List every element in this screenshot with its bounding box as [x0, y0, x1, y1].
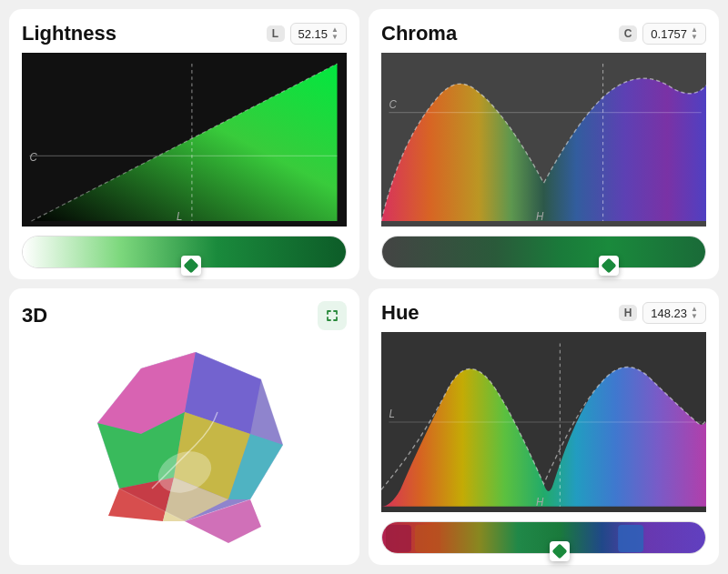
lightness-diamond-icon	[183, 258, 198, 274]
main-grid: Lightness L 52.15 ▲ ▼	[0, 0, 728, 574]
hue-slider-inner	[381, 521, 706, 554]
chroma-header: Chroma C 0.1757 ▲ ▼	[381, 22, 706, 45]
svg-text:H: H	[536, 495, 544, 509]
chroma-down-arrow[interactable]: ▼	[691, 34, 698, 41]
threeD-title: 3D	[22, 304, 47, 327]
chroma-input[interactable]: 0.1757 ▲ ▼	[642, 23, 706, 45]
hue-badge: H	[619, 305, 638, 321]
chroma-slider-svg	[382, 237, 705, 268]
expand-icon	[325, 308, 339, 323]
hue-value: 148.23	[651, 307, 687, 320]
hue-stepper[interactable]: ▲ ▼	[691, 306, 698, 320]
svg-text:L: L	[177, 209, 183, 223]
lightness-slider-thumb[interactable]	[181, 256, 201, 276]
hue-slider[interactable]	[381, 521, 706, 554]
lightness-slider[interactable]	[22, 236, 347, 268]
lightness-value: 52.15	[298, 27, 329, 41]
hue-slider-svg	[382, 522, 705, 554]
chroma-slider-thumb[interactable]	[599, 256, 619, 276]
lightness-badge: L	[267, 25, 285, 42]
lightness-title: Lightness	[22, 22, 116, 45]
chroma-chart: C H	[381, 53, 706, 227]
hue-down-arrow[interactable]: ▼	[691, 313, 698, 320]
lightness-header: Lightness L 52.15 ▲ ▼	[22, 22, 347, 45]
svg-rect-13	[382, 237, 705, 268]
svg-text:L: L	[389, 407, 394, 420]
threeD-header: 3D	[22, 301, 347, 330]
hue-value-box: H 148.23 ▲ ▼	[619, 302, 706, 324]
svg-text:C: C	[389, 97, 396, 111]
svg-rect-30	[386, 525, 411, 552]
threeD-chart	[22, 336, 347, 554]
svg-rect-32	[618, 525, 643, 552]
lightness-value-box: L 52.15 ▲ ▼	[267, 23, 347, 45]
expand-button[interactable]	[318, 301, 347, 330]
lightness-chart: C L	[22, 53, 347, 227]
hue-title: Hue	[381, 301, 420, 325]
chroma-slider[interactable]	[381, 236, 706, 268]
chroma-badge: C	[619, 25, 638, 42]
hue-header: Hue H 148.23 ▲ ▼	[381, 301, 706, 325]
hue-chart-svg: L H	[381, 332, 706, 512]
hue-chart: L H	[381, 332, 706, 512]
chroma-slider-inner	[381, 236, 706, 268]
threeD-svg	[76, 336, 294, 554]
lightness-panel: Lightness L 52.15 ▲ ▼	[9, 9, 359, 279]
chroma-value-box: C 0.1757 ▲ ▼	[619, 23, 706, 45]
svg-text:H: H	[536, 209, 543, 223]
chroma-panel: Chroma C 0.1757 ▲ ▼	[369, 9, 719, 279]
lightness-down-arrow[interactable]: ▼	[331, 34, 339, 41]
hue-slider-thumb[interactable]	[550, 541, 570, 561]
chroma-chart-svg: C H	[381, 53, 706, 227]
chroma-diamond-icon	[601, 258, 616, 274]
threeD-panel: 3D	[9, 288, 359, 565]
chroma-value: 0.1757	[651, 27, 687, 41]
svg-rect-31	[415, 525, 440, 552]
hue-panel: Hue H 148.23 ▲ ▼	[369, 288, 719, 565]
lightness-chart-svg: C L	[22, 53, 347, 227]
lightness-stepper[interactable]: ▲ ▼	[331, 26, 339, 41]
lightness-input[interactable]: 52.15 ▲ ▼	[290, 23, 347, 45]
chroma-stepper[interactable]: ▲ ▼	[691, 26, 698, 41]
hue-diamond-icon	[552, 544, 568, 559]
hue-input[interactable]: 148.23 ▲ ▼	[642, 302, 706, 324]
chroma-title: Chroma	[381, 22, 457, 45]
svg-text:C: C	[29, 151, 36, 165]
